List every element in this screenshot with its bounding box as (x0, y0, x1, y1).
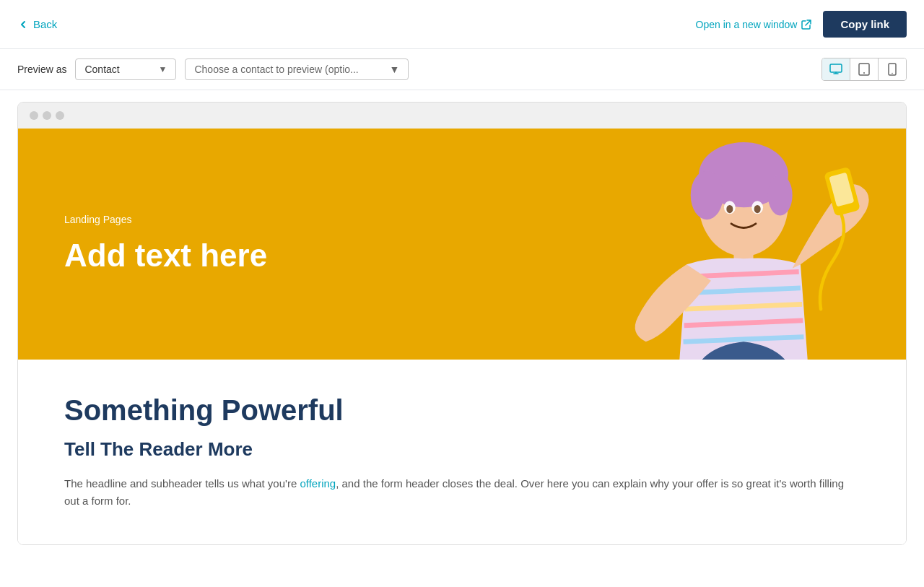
tablet-icon (858, 63, 871, 76)
desktop-view-button[interactable] (822, 58, 850, 80)
content-subheading: Tell The Reader More (64, 438, 860, 461)
tablet-view-button[interactable] (850, 58, 879, 80)
view-toggle-group (821, 58, 907, 81)
svg-point-2 (863, 72, 865, 74)
top-bar: Back Open in a new window Copy link (0, 0, 924, 49)
preview-bar: Preview as Contact ▼ Choose a contact to… (0, 49, 924, 90)
top-bar-right: Open in a new window Copy link (696, 11, 907, 38)
body-text-start: The headline and subheader tells us what… (64, 477, 300, 490)
chevron-left-icon (17, 19, 29, 30)
hero-text: Landing Pages Add text here (18, 179, 313, 310)
external-link-icon (801, 19, 811, 30)
back-button[interactable]: Back (17, 18, 57, 30)
svg-point-7 (690, 171, 723, 220)
contact-dropdown-arrow-icon: ▼ (390, 64, 400, 75)
content-heading: Something Powerful (64, 394, 860, 427)
dropdown-arrow-icon: ▼ (159, 64, 167, 74)
hero-illustration (418, 129, 907, 360)
copy-link-button[interactable]: Copy link (823, 11, 907, 38)
back-label: Back (33, 18, 57, 30)
mobile-icon (886, 63, 899, 76)
contact-type-dropdown[interactable]: Contact ▼ (75, 58, 176, 80)
content-section: Something Powerful Tell The Reader More … (18, 360, 906, 544)
desktop-icon (829, 63, 842, 76)
contact-type-value: Contact (84, 64, 119, 75)
contact-placeholder: Choose a contact to preview (optio... (194, 64, 358, 75)
preview-bar-left: Preview as Contact ▼ Choose a contact to… (17, 58, 409, 80)
mobile-view-button[interactable] (879, 58, 906, 80)
browser-chrome (18, 103, 906, 129)
contact-select-dropdown[interactable]: Choose a contact to preview (optio... ▼ (185, 58, 409, 80)
hero-category: Landing Pages (64, 214, 267, 225)
browser-dot-green (56, 111, 64, 120)
body-link[interactable]: offering (300, 477, 336, 490)
svg-point-12 (754, 205, 760, 213)
open-new-window-button[interactable]: Open in a new window (696, 19, 812, 30)
browser-content: Landing Pages Add text here (18, 129, 906, 544)
browser-dot-yellow (43, 111, 51, 120)
svg-rect-0 (830, 64, 842, 72)
open-new-window-label: Open in a new window (696, 19, 798, 30)
svg-point-11 (726, 205, 733, 213)
hero-banner: Landing Pages Add text here (18, 129, 906, 360)
browser-mockup: Landing Pages Add text here (17, 102, 907, 545)
svg-point-4 (892, 73, 893, 74)
hero-image (418, 129, 907, 360)
browser-dot-red (30, 111, 38, 120)
preview-as-label: Preview as (17, 64, 66, 75)
svg-point-8 (767, 175, 792, 215)
hero-title: Add text here (64, 237, 267, 275)
content-body: The headline and subheader tells us what… (64, 475, 860, 510)
copy-link-label: Copy link (840, 18, 889, 30)
